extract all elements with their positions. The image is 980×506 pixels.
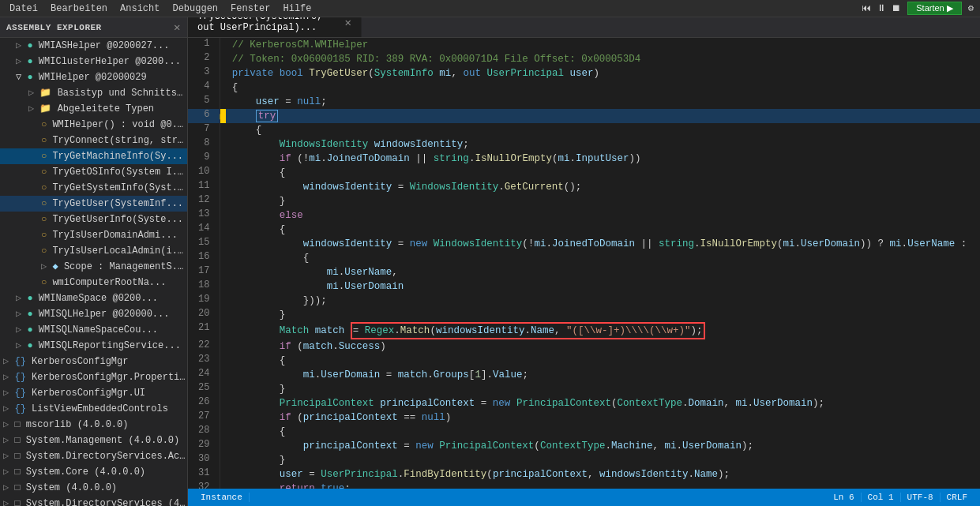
table-row: 24 mi.UserDomain = match.Groups[1].Value… <box>188 368 980 382</box>
line-number: 27 <box>188 410 220 425</box>
sidebar-item-wmihelper-ctor[interactable]: ○ WMIHelper() : void @0... <box>0 117 187 133</box>
code-line: { <box>226 123 980 137</box>
sidebar-item-trygetsysteminfo[interactable]: ○ TryGetSystemInfo(Syst... <box>0 180 187 196</box>
sidebar-item-tryisuserdomainadmi[interactable]: ○ TryIsUserDomainAdmi... <box>0 227 187 243</box>
chevron-right-icon: ▷ <box>16 324 27 335</box>
sidebar-item-label: TryIsUserLocalAdmin(i... <box>52 246 187 257</box>
line-indicator <box>220 308 226 322</box>
method-icon: ○ <box>41 119 47 130</box>
sidebar-item-label: System (4.0.0.0) <box>26 482 117 493</box>
sidebar-item-label: WMIHelper() : void @0... <box>52 119 187 130</box>
sidebar-item-kerberosconfigmgr[interactable]: ▷ {} KerberosConfigMgr <box>0 354 187 369</box>
sidebar-item-wmicluster[interactable]: ▷ ● WMIClusterHelper @0200... <box>0 54 187 69</box>
line-indicator <box>220 339 226 354</box>
line-indicator <box>220 396 226 410</box>
table-row: 22 if (match.Success) <box>188 339 980 354</box>
line-number: 26 <box>188 396 220 410</box>
code-line: } <box>226 453 980 467</box>
table-row: 25 } <box>188 382 980 396</box>
code-line: } <box>226 308 980 322</box>
sidebar-item-system-directoryservices-account[interactable]: ▷ □ System.DirectoryServices.AccountM... <box>0 448 187 464</box>
menu-hilfe[interactable]: Hilfe <box>276 2 317 16</box>
menu-fenster[interactable]: Fenster <box>224 2 276 16</box>
line-number: 7 <box>188 123 220 137</box>
tab-trygetuser[interactable]: TryGetUser(SystemInfo, out UserPrincipal… <box>188 17 362 37</box>
code-line: { <box>226 354 980 368</box>
sidebar-item-system-core[interactable]: ▷ □ System.Core (4.0.0.0) <box>0 464 187 480</box>
execution-arrow-icon: ▶ <box>220 111 226 122</box>
sidebar-item-trygetmachineinfo[interactable]: ○ TryGetMachineInfo(Sy... <box>0 148 187 164</box>
sidebar-item-system-directoryservices[interactable]: ▷ □ System.DirectoryServices (4.0.0.0) <box>0 496 187 506</box>
toolbar-right: ⏮ ⏸ ⏹ Starten ▶ ⚙ <box>858 2 977 15</box>
sidebar-close-button[interactable]: ✕ <box>174 21 181 34</box>
method-icon: ○ <box>41 198 47 209</box>
sidebar-item-abgeleitete[interactable]: ▷ 📁 Abgeleitete Typen <box>0 101 187 117</box>
tab-close-button[interactable]: ✕ <box>345 17 351 29</box>
line-indicator <box>220 453 226 467</box>
table-row: 7 { <box>188 123 980 137</box>
namespace-icon: {} <box>14 403 25 414</box>
class-icon: ● <box>27 309 32 320</box>
menu-bearbeiten[interactable]: Bearbeiten <box>44 2 114 16</box>
namespace-icon: {} <box>14 388 25 399</box>
line-indicator <box>220 223 226 237</box>
sidebar-tree: ▷ ● WMIASHelper @0200027... ▷ ● WMIClust… <box>0 38 187 506</box>
start-button[interactable]: Starten ▶ <box>907 2 962 15</box>
prop-icon: ◆ <box>52 261 58 272</box>
method-icon: ○ <box>41 135 47 146</box>
sidebar-item-wmisqlhelper[interactable]: ▷ ● WMISQLHelper @020000... <box>0 306 187 322</box>
sidebar-item-label: ListViewEmbeddedControls <box>32 403 168 414</box>
chevron-right-icon: ▷ <box>3 451 14 462</box>
table-row: 23 { <box>188 354 980 368</box>
sidebar-item-system[interactable]: ▷ □ System (4.0.0.0) <box>0 480 187 496</box>
line-indicator <box>220 38 226 52</box>
sidebar-item-tryconnect[interactable]: ○ TryConnect(string, stri... <box>0 133 187 148</box>
table-row: 12 } <box>188 194 980 208</box>
sidebar-item-label: WMIClusterHelper @0200... <box>39 56 181 67</box>
ref-icon: □ <box>14 419 20 430</box>
sidebar-item-label: WMISQLReportingService... <box>39 340 181 351</box>
sidebar-item-trygetosinfo[interactable]: ○ TryGetOSInfo(System I... <box>0 164 187 180</box>
sidebar-item-tryisuserlocaladmin[interactable]: ○ TryIsUserLocalAdmin(i... <box>0 243 187 259</box>
sidebar-item-scope[interactable]: ▷ ◆ Scope : ManagementS... <box>0 259 187 275</box>
menu-debuggen[interactable]: Debuggen <box>166 2 224 16</box>
line-number: 25 <box>188 382 220 396</box>
status-instance: Instance <box>194 493 250 502</box>
table-row: 4 { <box>188 81 980 95</box>
sidebar-item-system-management[interactable]: ▷ □ System.Management (4.0.0.0) <box>0 433 187 448</box>
line-number: 4 <box>188 81 220 95</box>
code-editor[interactable]: 1 // KerberosCM.WMIHelper 2 // Token: 0x… <box>188 38 980 489</box>
sidebar-item-trygetuser[interactable]: ○ TryGetUser(SystemInf... <box>0 196 187 212</box>
sidebar-item-wmicomputerrootna[interactable]: ○ wmiComputerRootNa... <box>0 275 187 290</box>
sidebar-item-label: WMISQLHelper @020000... <box>39 309 170 320</box>
menu-datei[interactable]: Datei <box>3 2 44 16</box>
sidebar-item-trygetuserinfo[interactable]: ○ TryGetUserInfo(Syste... <box>0 212 187 227</box>
code-line: else <box>226 208 980 223</box>
sidebar-item-wmisqlnamespacecou[interactable]: ▷ ● WMISQLNameSpaceCou... <box>0 322 187 338</box>
status-col: Col 1 <box>862 493 901 502</box>
line-number: 2 <box>188 52 220 66</box>
sidebar-item-mscorlib[interactable]: ▷ □ mscorlib (4.0.0.0) <box>0 417 187 433</box>
sidebar-item-kerberosconfigmgr-ui[interactable]: ▷ {} KerberosConfigMgr.UI <box>0 385 187 401</box>
class-icon: ● <box>27 72 32 83</box>
tab-label: TryGetUser(SystemInfo, out UserPrincipal… <box>197 17 340 33</box>
sidebar-item-wmisqlreporting[interactable]: ▷ ● WMISQLReportingService... <box>0 338 187 354</box>
table-row: 19 })); <box>188 294 980 308</box>
chevron-right-icon: ▷ <box>3 482 14 493</box>
status-right: Ln 6 Col 1 UTF-8 CRLF <box>827 493 974 502</box>
sidebar-item-label: KerberosConfigMgr.Propertie... <box>32 372 187 383</box>
sidebar-item-label: WMIHelper @02000029 <box>39 72 147 83</box>
table-row: 9 if (!mi.JoinedToDomain || string.IsNul… <box>188 152 980 166</box>
line-number: 13 <box>188 208 220 223</box>
sidebar-item-basistyp[interactable]: ▷ 📁 Basistyp und Schnittst... <box>0 85 187 101</box>
menu-ansicht[interactable]: Ansicht <box>114 2 166 16</box>
sidebar-item-kerberosconfigmgr-prop[interactable]: ▷ {} KerberosConfigMgr.Propertie... <box>0 369 187 385</box>
sidebar-item-wminamespace[interactable]: ▷ ● WMINameSpace @0200... <box>0 290 187 306</box>
sidebar-item-label: KerberosConfigMgr <box>32 356 128 367</box>
sidebar-item-listviewembedded[interactable]: ▷ {} ListViewEmbeddedControls <box>0 401 187 417</box>
line-indicator <box>220 467 226 482</box>
sidebar-item-wmihelper[interactable]: ▽ ● WMIHelper @02000029 <box>0 69 187 85</box>
sidebar-item-wmiias[interactable]: ▷ ● WMIASHelper @0200027... <box>0 38 187 54</box>
code-line: windowsIdentity = new WindowsIdentity(!m… <box>226 237 980 251</box>
ref-icon: □ <box>14 451 20 462</box>
